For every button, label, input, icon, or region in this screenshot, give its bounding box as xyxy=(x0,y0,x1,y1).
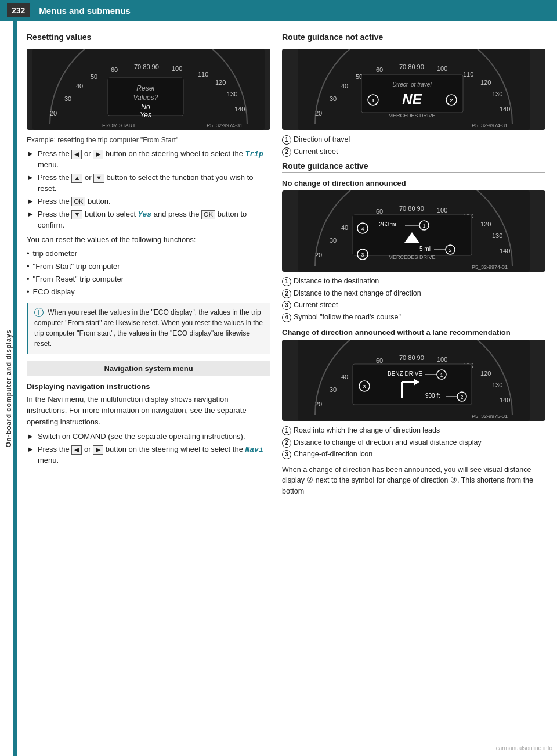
label-dist-change: 2 Distance to change of direction and vi… xyxy=(282,438,545,448)
btn-ok-2: OK xyxy=(201,210,215,219)
following-text: You can reset the values of the followin… xyxy=(27,234,270,246)
nav-step-1: ► Switch on COMAND (see the separate ope… xyxy=(27,431,270,442)
svg-text:3: 3 xyxy=(361,252,364,258)
info-text: When you reset the values in the "ECO di… xyxy=(34,308,263,348)
step-1-text: Press the ◀ or ▶ button on the steering … xyxy=(38,149,270,170)
label-next-change-dist: 2 Distance to the next change of directi… xyxy=(282,289,545,299)
sidebar-accent-bar xyxy=(13,21,17,756)
route-not-active-labels: 1 Direction of travel 2 Current street xyxy=(282,135,545,157)
svg-text:1: 1 xyxy=(422,223,425,229)
label-1c-text: Road into which the change of direction … xyxy=(294,426,440,436)
svg-text:100: 100 xyxy=(437,356,447,363)
label-2c-text: Distance to change of direction and visu… xyxy=(294,438,482,448)
change-dir-labels: 1 Road into which the change of directio… xyxy=(282,426,545,460)
svg-text:140: 140 xyxy=(234,106,245,113)
svg-text:140: 140 xyxy=(500,106,510,113)
btn-right-nav: ▶ xyxy=(93,445,103,455)
svg-text:100: 100 xyxy=(437,65,447,72)
label-change-icon: 3 Change-of-direction icon xyxy=(282,449,545,460)
nav-menu-box: Navigation system menu xyxy=(27,361,270,376)
svg-text:60: 60 xyxy=(376,66,383,73)
arrow-icon-4: ► xyxy=(27,209,34,219)
speedometer-reset-image: 20 30 40 50 60 70 80 90 100 110 120 130 … xyxy=(27,49,270,130)
label-2a-text: Current street xyxy=(294,147,338,157)
func-1: • trip odometer xyxy=(27,249,270,259)
nav-arrow-2: ► xyxy=(27,444,34,455)
circle-2c: 2 xyxy=(282,438,291,448)
svg-text:70 80 90: 70 80 90 xyxy=(399,205,424,212)
svg-text:100: 100 xyxy=(172,65,182,72)
func-4-text: ECO display xyxy=(33,287,75,297)
svg-text:40: 40 xyxy=(341,82,348,89)
svg-text:2: 2 xyxy=(450,98,453,103)
svg-text:MERCEDES DRIVE: MERCEDES DRIVE xyxy=(388,113,435,118)
header-bar: 232 Menus and submenus xyxy=(0,0,557,21)
circle-3c: 3 xyxy=(282,450,291,459)
svg-text:1: 1 xyxy=(440,372,443,378)
svg-text:60: 60 xyxy=(111,66,118,73)
dot-2: • xyxy=(27,261,30,272)
content-area: Resetting values 20 30 40 50 60 70 80 90… xyxy=(17,21,557,756)
arrow-icon-1: ► xyxy=(27,149,34,159)
nav-step-2: ► Press the ◀ or ▶ button on the steerin… xyxy=(27,444,270,466)
svg-text:2: 2 xyxy=(460,394,463,400)
func-3: • "From Reset" trip computer xyxy=(27,274,270,285)
trip-menu-label: Trip xyxy=(245,150,263,159)
svg-text:40: 40 xyxy=(76,82,83,89)
yes-label: Yes xyxy=(138,210,151,219)
right-column: Route guidance not active 20 30 40 50 60… xyxy=(282,33,545,744)
svg-text:Yes: Yes xyxy=(140,111,151,119)
svg-text:MERCEDES DRIVE: MERCEDES DRIVE xyxy=(388,254,435,260)
btn-up-1: ▲ xyxy=(71,174,82,183)
svg-text:40: 40 xyxy=(341,224,348,231)
label-4b-text: Symbol "follow the road's course" xyxy=(294,312,401,323)
svg-text:70 80 90: 70 80 90 xyxy=(134,63,159,70)
step-4: ► Press the ▼ button to select Yes and p… xyxy=(27,209,270,231)
speedometer-change-dir-image: 20 30 40 50 60 70 80 90 100 110 120 130 … xyxy=(282,340,545,421)
step-2-text: Press the ▲ or ▼ button to select the fu… xyxy=(38,172,270,193)
nav-step-2-text: Press the ◀ or ▶ button on the steering … xyxy=(38,444,270,466)
circle-2b: 2 xyxy=(282,289,291,298)
svg-text:20: 20 xyxy=(50,110,57,117)
svg-text:Reset: Reset xyxy=(136,84,155,92)
svg-text:130: 130 xyxy=(492,91,502,98)
footer-text: When a change of direction has been anno… xyxy=(282,465,545,497)
svg-text:140: 140 xyxy=(500,247,510,254)
circle-2a: 2 xyxy=(282,147,291,157)
label-dest-dist: 1 Distance to the destination xyxy=(282,276,545,287)
svg-text:60: 60 xyxy=(376,208,383,215)
sidebar: On-board computer and displays xyxy=(0,21,17,756)
svg-text:20: 20 xyxy=(315,110,322,117)
watermark: carmanualsonline.info xyxy=(496,745,552,751)
navi-menu-label: Navi xyxy=(245,445,263,454)
route-active-title: Route guidance active xyxy=(282,161,545,173)
step-3-text: Press the OK button. xyxy=(38,196,111,207)
step-2: ► Press the ▲ or ▼ button to select the … xyxy=(27,172,270,193)
svg-text:110: 110 xyxy=(463,71,473,78)
svg-text:70 80 90: 70 80 90 xyxy=(399,354,424,361)
func-2: • "From Start" trip computer xyxy=(27,261,270,272)
svg-text:Direct. of travel: Direct. of travel xyxy=(392,81,432,88)
example-text: Example: resetting the trip computer "Fr… xyxy=(27,135,270,145)
label-1b-text: Distance to the destination xyxy=(294,276,379,287)
svg-text:120: 120 xyxy=(480,370,491,377)
route-not-active-title: Route guidance not active xyxy=(282,33,545,44)
change-dir-title: Change of direction announced without a … xyxy=(282,328,545,337)
sidebar-label: On-board computer and displays xyxy=(5,329,13,447)
svg-text:140: 140 xyxy=(500,397,510,404)
func-2-text: "From Start" trip computer xyxy=(33,261,120,272)
svg-text:120: 120 xyxy=(215,79,226,86)
svg-text:No: No xyxy=(141,103,150,111)
btn-down-1: ▼ xyxy=(93,174,104,183)
svg-text:130: 130 xyxy=(227,91,237,98)
speedometer-no-change-image: 20 30 40 50 60 70 80 90 100 110 120 130 … xyxy=(282,190,545,272)
label-current-street-2: 3 Current street xyxy=(282,300,545,311)
svg-text:20: 20 xyxy=(315,401,322,408)
info-box: i When you reset the values in the "ECO … xyxy=(27,303,270,354)
dot-4: • xyxy=(27,287,30,297)
circle-1a: 1 xyxy=(282,135,291,145)
label-current-street-1: 2 Current street xyxy=(282,147,545,157)
page-number: 232 xyxy=(7,3,30,17)
speedometer-route-inactive-image: 20 30 40 50 60 70 80 90 100 110 120 130 … xyxy=(282,49,545,130)
arrow-icon-2: ► xyxy=(27,172,34,183)
